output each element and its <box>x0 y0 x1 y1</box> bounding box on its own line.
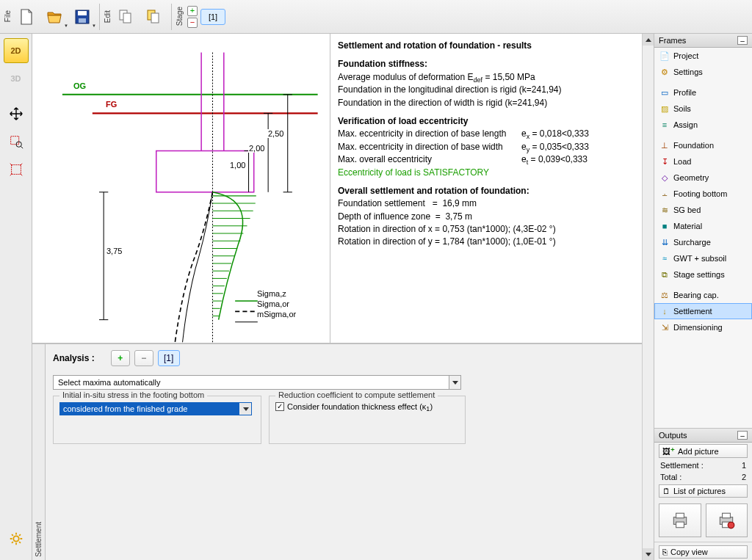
frames-header: Frames – <box>654 34 752 48</box>
frame-item-label: Load <box>673 157 691 166</box>
frame-item-dimensioning[interactable]: ⇲Dimensioning <box>654 319 752 335</box>
frame-item-material[interactable]: ■Material <box>654 218 752 234</box>
dim-200: 2,00 <box>248 144 265 153</box>
analysis-add-button[interactable]: + <box>111 350 130 366</box>
frame-item-label: Soils <box>673 104 691 113</box>
group-initial-stress-title: Initial in-situ stress in the footing bo… <box>59 390 207 399</box>
frame-item-sg-bed[interactable]: ≋SG bed <box>654 202 752 218</box>
line-settlement: Foundation settlement = 16,9 mm <box>338 197 646 210</box>
frame-item-foundation[interactable]: ⊥Foundation <box>654 137 752 153</box>
svg-rect-7 <box>10 137 18 145</box>
outputs-total-row: Total :2 <box>654 471 752 483</box>
analysis-remove-button[interactable]: − <box>134 350 153 366</box>
svg-rect-49 <box>676 522 684 528</box>
save-file-button[interactable]: ▼ <box>69 4 95 30</box>
frame-item-profile[interactable]: ▭Profile <box>654 84 752 101</box>
add-picture-button[interactable]: 🖼 ⁺ Add picture <box>659 444 748 458</box>
legend-sigmaz: Sigma,z <box>257 289 286 298</box>
frame-item-soils[interactable]: ▨Soils <box>654 101 752 117</box>
file-menu-label[interactable]: File <box>3 7 12 25</box>
frames-panel: Frames – 📄Project⚙Settings▭Profile▨Soils… <box>654 34 752 428</box>
profile-icon: ▭ <box>659 87 670 98</box>
frame-item-label: Geometry <box>673 173 709 182</box>
frame-item-settlement[interactable]: ↓Settlement <box>654 303 752 319</box>
svg-rect-9 <box>11 165 21 175</box>
frame-item-settings[interactable]: ⚙Settings <box>654 64 752 80</box>
line-edf: Average modulus of deformation Edef = 15… <box>338 71 646 84</box>
frame-item-label: Surcharge <box>673 238 711 247</box>
heading-settlement: Overall settlement and rotation of found… <box>338 186 529 196</box>
tab-settlement-vertical[interactable]: Settlement <box>32 344 46 560</box>
ecc-ey: ey = 0,035<0,333 <box>521 141 589 153</box>
open-file-button[interactable]: ▼ <box>41 4 68 30</box>
initial-stress-select[interactable]: considered from the finished grade <box>59 402 252 415</box>
frame-item-surcharge[interactable]: ⇊Surcharge <box>654 234 752 250</box>
surch-icon: ⇊ <box>659 237 670 247</box>
svg-rect-1 <box>78 11 87 15</box>
frame-item-bearing-cap-[interactable]: ⚖Bearing cap. <box>654 287 752 303</box>
maxima-select[interactable]: Select maxima automatically <box>53 375 461 390</box>
results-scrollbar[interactable] <box>642 34 654 343</box>
stage-menu-label[interactable]: Stage <box>175 4 184 29</box>
group-reduction-title: Reduction coefficient to compute settlem… <box>275 390 438 399</box>
svg-rect-48 <box>676 513 684 518</box>
zoom-window-button[interactable] <box>4 129 29 154</box>
gear-icon: ⚙ <box>659 67 670 77</box>
fg-label: FG <box>106 100 117 109</box>
chevron-down-icon <box>449 376 460 389</box>
list-pictures-button[interactable]: 🗒 List of pictures <box>659 484 748 498</box>
printer-color-icon <box>717 511 736 530</box>
mat-icon: ■ <box>659 221 670 231</box>
drawing-viewport[interactable]: OG FG 2,50 2,00 1,00 3,75 Sigma,z Sigma,… <box>32 34 330 343</box>
load-icon: ↧ <box>659 156 670 167</box>
edit-menu-label[interactable]: Edit <box>103 7 112 26</box>
frame-item-geometry[interactable]: ◇Geometry <box>654 170 752 186</box>
svg-point-53 <box>728 522 734 528</box>
frame-item-label: Settings <box>673 68 703 76</box>
ecc-et: et = 0,039<0,333 <box>521 153 589 166</box>
consider-thickness-checkbox[interactable]: ✓ Consider foundation thickness effect (… <box>275 402 459 411</box>
minimize-outputs-button[interactable]: – <box>737 431 748 440</box>
frame-item-gwt-subsoil[interactable]: ≈GWT + subsoil <box>654 250 752 266</box>
paste-data-button[interactable] <box>141 4 167 30</box>
svg-rect-15 <box>156 151 254 192</box>
remove-stage-button[interactable]: − <box>187 18 198 28</box>
copy-data-button[interactable] <box>113 4 140 30</box>
analysis-label: Analysis : <box>53 353 95 363</box>
line-width: Foundation in the direction of width is … <box>338 97 646 109</box>
footing-icon: ⫠ <box>659 189 670 199</box>
pan-button[interactable] <box>4 101 29 126</box>
frame-item-stage-settings[interactable]: ⧉Stage settings <box>654 266 752 283</box>
og-label: OG <box>73 81 86 90</box>
add-stage-button[interactable]: + <box>187 6 198 16</box>
copy-view-button[interactable]: ⎘ Copy view <box>659 545 748 559</box>
frame-item-label: Assign <box>673 120 698 129</box>
svg-rect-4 <box>123 13 131 23</box>
frame-item-assign[interactable]: ≡Assign <box>654 117 752 133</box>
stage-icon: ⧉ <box>659 269 670 280</box>
frame-item-load[interactable]: ↧Load <box>654 153 752 170</box>
print-button[interactable] <box>659 503 701 537</box>
view-2d-button[interactable]: 2D <box>4 38 29 63</box>
gwt-icon: ≈ <box>659 253 670 263</box>
zoom-extents-button[interactable] <box>4 157 29 182</box>
frame-item-project[interactable]: 📄Project <box>654 48 752 64</box>
frame-item-label: Stage settings <box>673 270 725 279</box>
view-3d-button[interactable]: 3D <box>4 66 29 91</box>
line-roty: Rotation in direction of y = 1,784 (tan*… <box>338 236 646 248</box>
svg-rect-2 <box>79 18 86 23</box>
frame-item-label: GWT + subsoil <box>673 254 726 263</box>
outputs-settlement-row: Settlement :1 <box>654 459 752 471</box>
new-file-button[interactable] <box>13 4 40 30</box>
frame-item-footing-bottom[interactable]: ⫠Footing bottom <box>654 186 752 202</box>
print-color-button[interactable] <box>706 503 748 537</box>
picture-plus-icon: 🖼 <box>662 447 670 456</box>
analysis-1-tab[interactable]: [1] <box>158 350 180 366</box>
minimize-frames-button[interactable]: – <box>737 36 748 45</box>
drawing-settings-button[interactable] <box>4 526 29 551</box>
line-long: Foundation in the longitudinal direction… <box>338 84 646 96</box>
soils-icon: ▨ <box>659 103 670 114</box>
dim-375: 3,75 <box>106 247 123 255</box>
stage-1-tab[interactable]: [1] <box>200 9 225 25</box>
chevron-down-icon <box>239 403 251 415</box>
